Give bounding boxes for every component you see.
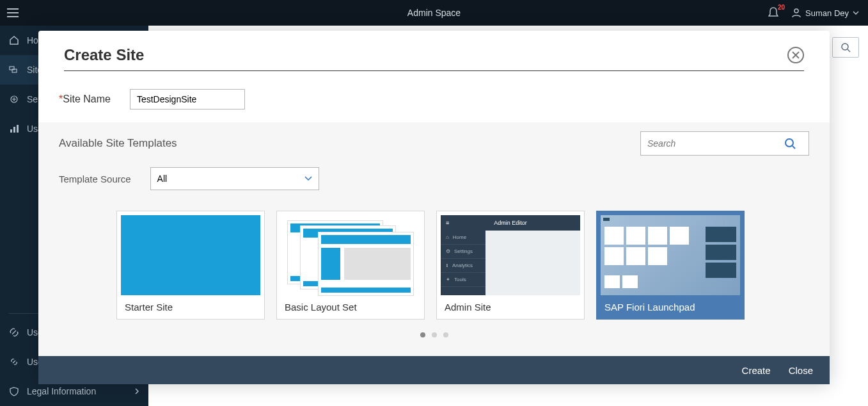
pager-dot[interactable] [443, 332, 448, 337]
templates-section: Available Site Templates Template Source… [38, 122, 830, 356]
template-cards: Starter Site Basic Layout Set ≡Admin Edi… [38, 198, 830, 326]
pager-dot[interactable] [420, 332, 425, 337]
dialog-overlay: Create Site *Site Name Available Site Te… [0, 0, 868, 406]
close-button[interactable]: Close [789, 365, 813, 376]
template-source-select[interactable]: All [150, 167, 319, 190]
search-icon[interactable] [784, 138, 809, 149]
template-pager [38, 326, 830, 344]
template-card-admin[interactable]: ≡Admin Editor ⌂Home ⚙Settings ⫾Analytics… [436, 211, 585, 320]
template-card-basic[interactable]: Basic Layout Set [276, 211, 425, 320]
template-source-row: Template Source All [38, 159, 830, 198]
template-card-starter[interactable]: Starter Site [116, 211, 265, 320]
site-name-label: *Site Name [59, 93, 111, 105]
chevron-down-icon [304, 176, 312, 181]
template-preview [121, 215, 260, 295]
svg-point-13 [785, 139, 793, 147]
template-label: Starter Site [117, 295, 264, 319]
template-label: SAP Fiori Launchpad [597, 295, 744, 319]
template-preview [281, 215, 420, 295]
svg-line-14 [793, 146, 795, 149]
template-preview: ≡Admin Editor ⌂Home ⚙Settings ⫾Analytics… [441, 215, 580, 295]
create-button[interactable]: Create [742, 365, 771, 376]
dialog-footer: Create Close [38, 356, 830, 384]
template-search-input[interactable] [641, 138, 784, 149]
template-source-value: All [157, 174, 168, 184]
template-card-fiori[interactable]: ○ ○ ○ SAP Fiori Launchp [596, 211, 745, 320]
site-name-input[interactable] [130, 89, 245, 110]
templates-heading: Available Site Templates [59, 137, 177, 150]
template-search[interactable] [640, 131, 809, 156]
create-site-dialog: Create Site *Site Name Available Site Te… [38, 31, 830, 384]
pager-dot[interactable] [432, 332, 437, 337]
site-name-row: *Site Name [38, 71, 830, 122]
template-label: Basic Layout Set [277, 295, 424, 319]
dialog-title: Create Site [64, 46, 144, 64]
close-icon[interactable] [787, 47, 804, 63]
template-source-label: Template Source [59, 174, 131, 184]
template-label: Admin Site [437, 295, 584, 319]
template-preview: ○ ○ ○ [601, 215, 740, 295]
